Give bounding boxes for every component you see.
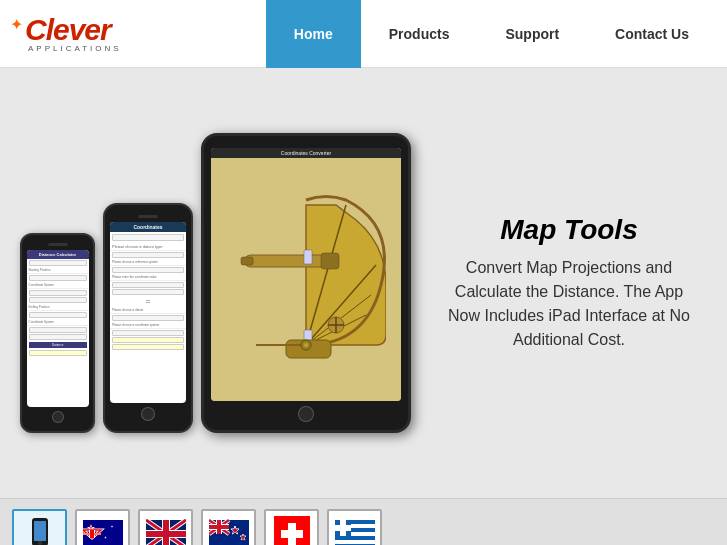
- home-button-1: [52, 411, 64, 423]
- svg-rect-57: [335, 540, 375, 544]
- thumb-phone[interactable]: [12, 509, 67, 546]
- screen-input-2: [29, 275, 87, 281]
- thumb-greece[interactable]: [327, 509, 382, 546]
- screen-input-1: [29, 260, 87, 266]
- thumb-australia-icon: [83, 516, 123, 546]
- thumb-nz-icon: [209, 516, 249, 546]
- logo-sub-text: APPLICATIONS: [28, 45, 122, 53]
- nav-item-home[interactable]: Home: [266, 0, 361, 68]
- main-heading: Map Tools: [441, 214, 697, 246]
- logo-star-icon: ✦: [10, 17, 23, 33]
- svg-rect-44: [209, 525, 229, 529]
- main-content: Distance Calculator Starting Position Co…: [0, 68, 727, 498]
- sextant-illustration: [226, 185, 386, 385]
- nav-item-support[interactable]: Support: [477, 0, 587, 68]
- phone-1: Distance Calculator Starting Position Co…: [20, 233, 95, 433]
- ipad-screen-content: [211, 158, 401, 401]
- thumb-nz[interactable]: [201, 509, 256, 546]
- thumbnails-bar: [0, 498, 727, 545]
- svg-rect-34: [146, 531, 186, 537]
- thumb-uk[interactable]: [138, 509, 193, 546]
- svg-rect-1: [241, 257, 253, 265]
- home-button-2: [141, 407, 155, 421]
- logo-area: ✦ Clever APPLICATIONS: [10, 15, 150, 53]
- screen-row-1: Starting Position: [27, 267, 89, 274]
- thumb-swiss[interactable]: [264, 509, 319, 546]
- devices-area: Distance Calculator Starting Position Co…: [20, 133, 411, 433]
- phone-2: Coordinates Please choose a datum type P…: [103, 203, 193, 433]
- svg-rect-56: [335, 536, 375, 540]
- ipad-screen: Coordinates Converter: [211, 148, 401, 401]
- thumb-swiss-icon: [272, 516, 312, 546]
- thumb-uk-icon: [146, 516, 186, 546]
- phone-screen-1: Distance Calculator Starting Position Co…: [27, 250, 89, 407]
- svg-point-10: [304, 343, 308, 347]
- ipad-screen-header: Coordinates Converter: [211, 148, 401, 158]
- nav: Home Products Support Contact Us: [150, 0, 717, 67]
- svg-rect-3: [304, 250, 312, 264]
- screen-title-2: Coordinates: [110, 222, 186, 232]
- text-panel: Map Tools Convert Map Projections and Ca…: [431, 194, 707, 372]
- svg-rect-61: [335, 525, 351, 531]
- logo[interactable]: ✦ Clever APPLICATIONS: [10, 15, 122, 53]
- svg-point-13: [38, 541, 42, 545]
- logo-brand-text: Clever: [25, 15, 111, 45]
- phone-speaker-2: [138, 215, 158, 218]
- svg-rect-0: [246, 255, 326, 267]
- main-description: Convert Map Projections and Calculate th…: [441, 256, 697, 352]
- thumb-greece-icon: [335, 516, 375, 546]
- phone-speaker-1: [48, 243, 68, 246]
- nav-item-products[interactable]: Products: [361, 0, 478, 68]
- header: ✦ Clever APPLICATIONS Home Products Supp…: [0, 0, 727, 68]
- svg-rect-2: [321, 253, 339, 269]
- svg-rect-12: [34, 521, 46, 541]
- svg-rect-51: [281, 530, 303, 538]
- thumb-phone-icon: [20, 516, 60, 546]
- screen-title-1: Distance Calculator: [27, 250, 89, 259]
- svg-rect-23: [83, 533, 101, 534]
- ipad: Coordinates Converter: [201, 133, 411, 433]
- ipad-home-button: [298, 406, 314, 422]
- phone-screen-2: Coordinates Please choose a datum type P…: [110, 222, 186, 403]
- nav-item-contact[interactable]: Contact Us: [587, 0, 717, 68]
- thumb-australia[interactable]: [75, 509, 130, 546]
